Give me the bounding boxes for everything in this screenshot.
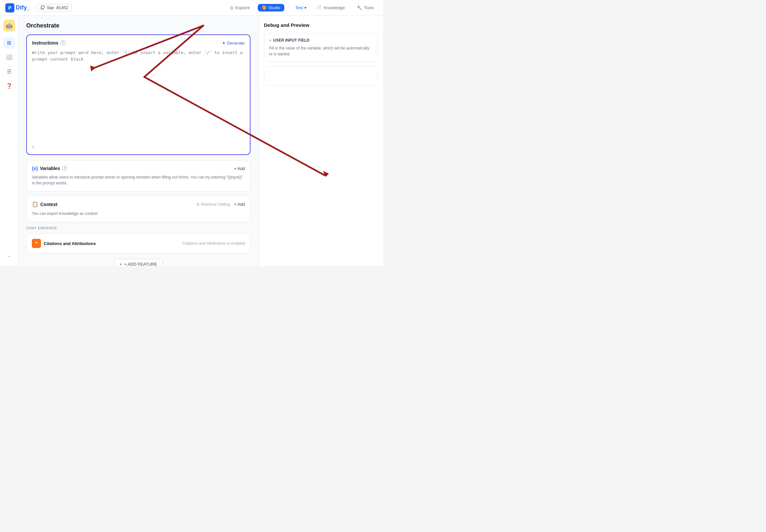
context-description: You can import Knowledge as context [32, 211, 245, 217]
variables-add-label: + Add [234, 166, 245, 171]
knowledge-icon: 📄 [316, 5, 322, 10]
user-input-header: ∨ USER INPUT FIELD [269, 38, 373, 43]
variables-description: Variables allow users to introduce promp… [32, 174, 245, 186]
retrieval-label: Retrieval Setting [201, 202, 230, 207]
generate-button[interactable]: ✦ Generate [222, 41, 245, 46]
sidebar-item-orchestrate[interactable]: ⊞ [3, 37, 15, 48]
retrieval-setting-button[interactable]: ⇅ Retrieval Setting [197, 202, 230, 207]
github-icon [40, 6, 45, 10]
variables-icon: {x} [32, 166, 38, 171]
user-input-label: USER INPUT FIELD [273, 38, 310, 43]
user-input-card: ∨ USER INPUT FIELD Fill in the value of … [264, 33, 378, 62]
right-panel: Debug and Preview ∨ USER INPUT FIELD Fil… [259, 16, 383, 266]
page-title: Orchestrate [26, 22, 251, 29]
chat-enhance-section: CHAT ENHANCE ❝ Citations and Attribution… [26, 226, 251, 266]
variables-card: {x} Variables ? + Add Variables allow us… [26, 160, 251, 192]
chevron-icon: ∨ [269, 39, 271, 42]
nav-knowledge[interactable]: 📄 Knowledge [313, 3, 349, 12]
top-navigation: P Dify_ Star 45,852 ◎ Explore 🎨 Studio /… [0, 0, 383, 16]
citations-title: Citations and Attributions [44, 241, 96, 246]
star-label: Star [47, 6, 54, 10]
main-layout: 🤖 ⊞ ⬜ ☰ ❓ → Orchestrate Instructions ? ✦… [0, 16, 383, 266]
context-header: 📋 Context ⇅ Retrieval Setting + Add [32, 201, 245, 207]
explore-icon: ◎ [230, 5, 234, 10]
instructions-help-icon[interactable]: ? [60, 40, 66, 46]
citations-status: Citations and Attributions is enabled [182, 241, 245, 246]
context-card: 📋 Context ⇅ Retrieval Setting + Add You … [26, 196, 251, 222]
char-count: 0 [32, 145, 245, 149]
variables-title: {x} Variables ? [32, 166, 67, 171]
citations-left: ❝ Citations and Attributions [32, 239, 96, 248]
test-label: Test [295, 5, 303, 10]
citations-card: ❝ Citations and Attributions Citations a… [26, 233, 251, 254]
citations-icon: ❝ [32, 239, 41, 248]
user-input-description: Fill in the value of the variable, which… [269, 45, 373, 57]
retrieval-icon: ⇅ [197, 202, 200, 207]
content-area: Orchestrate Instructions ? ✦ Generate 0 [18, 16, 383, 266]
add-feature-icon: + [120, 262, 122, 266]
knowledge-label: Knowledge [324, 5, 345, 10]
card-header: Instructions ? ✦ Generate [32, 40, 245, 46]
studio-label: Studio [268, 5, 280, 10]
star-button[interactable]: Star 45,852 [37, 4, 72, 12]
studio-icon: 🎨 [262, 5, 267, 10]
context-label: Context [40, 202, 57, 207]
chat-enhance-label: CHAT ENHANCE [26, 226, 251, 230]
tools-label: Tools [364, 5, 374, 10]
main-panel: Orchestrate Instructions ? ✦ Generate 0 [18, 16, 259, 266]
add-feature-label: + ADD FEATURE [124, 262, 157, 266]
sidebar: 🤖 ⊞ ⬜ ☰ ❓ → [0, 16, 18, 266]
context-icon: 📋 [32, 201, 38, 207]
logo-icon: P [5, 3, 14, 12]
variables-header: {x} Variables ? + Add [32, 166, 245, 171]
right-panel-bottom [264, 66, 378, 85]
context-add-label: + Add [234, 202, 245, 207]
logo[interactable]: P Dify_ [5, 3, 30, 12]
instructions-card: Instructions ? ✦ Generate 0 [26, 34, 251, 155]
debug-title: Debug and Preview [264, 22, 378, 28]
explore-label: Explore [236, 5, 250, 10]
add-feature-button[interactable]: + + ADD FEATURE [114, 259, 163, 266]
sidebar-item-terminal[interactable]: ⬜ [3, 51, 15, 63]
star-count: 45,852 [56, 6, 68, 10]
variables-label: Variables [40, 166, 60, 171]
avatar: 🤖 [3, 20, 15, 31]
generate-label: ✦ Generate [222, 41, 245, 46]
logo-text: Dify_ [16, 4, 30, 11]
sidebar-item-list[interactable]: ☰ [3, 66, 15, 77]
prompt-textarea[interactable] [32, 49, 245, 141]
nav-studio[interactable]: 🎨 Studio [258, 4, 284, 11]
context-title: 📋 Context [32, 201, 57, 207]
nav-explore[interactable]: ◎ Explore [226, 3, 254, 12]
test-chevron-icon: ▾ [304, 5, 307, 10]
variables-help-icon[interactable]: ? [62, 166, 67, 171]
context-add-button[interactable]: + Add [234, 202, 245, 207]
nav-divider: / [288, 5, 290, 10]
nav-test[interactable]: Test ▾ [293, 4, 309, 11]
tools-icon: 🔧 [357, 5, 362, 10]
sidebar-item-help[interactable]: ❓ [3, 80, 15, 92]
variables-add-button[interactable]: + Add [234, 166, 245, 171]
sidebar-collapse-button[interactable]: → [3, 250, 15, 262]
instructions-label: Instructions [32, 40, 58, 46]
citations-row: ❝ Citations and Attributions Citations a… [32, 239, 245, 248]
instructions-title: Instructions ? [32, 40, 66, 46]
nav-tools[interactable]: 🔧 Tools [353, 3, 378, 12]
